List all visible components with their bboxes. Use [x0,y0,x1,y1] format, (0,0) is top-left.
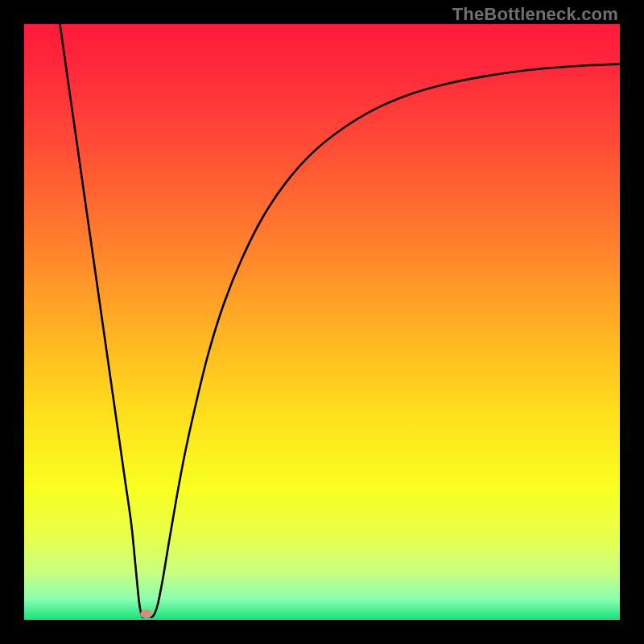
optimum-marker [140,609,152,618]
gradient-background [24,24,620,620]
chart-canvas [24,24,620,620]
watermark-text: TheBottleneck.com [452,4,618,25]
chart-frame [24,24,620,620]
